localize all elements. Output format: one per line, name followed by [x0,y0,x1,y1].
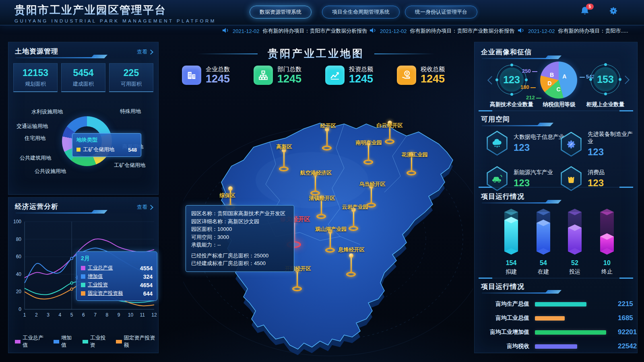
stat-card-investment-total[interactable]: 投资总额 1245 [325,66,390,85]
legend-item[interactable]: 工业投资 [83,334,110,349]
ticker-item[interactable]: 2021-12-02 你有新的待办项目：贵阳市..... [518,27,628,35]
hbar [535,330,606,335]
notification-count-badge: 5 [586,4,594,10]
legend-item[interactable]: 增加值 [54,334,76,349]
bell-icon [580,10,590,17]
section-divider [479,111,633,111]
pin-stick [368,144,369,161]
space-item-bigdata[interactable]: 大数据电子信息产业 123 [486,131,564,156]
map-pin-label[interactable]: 云岩产业园 [342,204,368,211]
map-pin-label[interactable]: 经开区 [320,122,336,130]
ticker-text: 你有新的待办项目：贵阳市..... [558,27,628,35]
pin-stick [351,257,352,273]
stat-card-available-area[interactable]: 225 可用面积 [109,63,153,92]
map-pin-label[interactable]: 花溪工业园 [402,151,428,158]
bar-terminated[interactable] [600,208,614,255]
speaker-icon [518,27,525,35]
donut-label: 特殊用地 [120,108,141,115]
y-tick: 100 [13,219,21,224]
series-swatch [81,291,85,296]
speaker-icon [369,27,377,35]
guiyang-industry-map[interactable]: 经开区白云经开区高新区南明产业园花溪工业园航空港经济区乌当经开区综保区清镇经开区… [183,100,473,359]
hbar [535,316,565,321]
bar-value: 54 [525,259,561,267]
donut-label: 公共建筑用地 [20,154,51,162]
notification-bell-button[interactable]: 5 [580,6,590,16]
stat-card-built-area[interactable]: 5454 建成面积 [61,63,105,92]
avg-row-industry-total[interactable]: 亩均工业总值 1685 [480,314,631,322]
bar-in-operation[interactable] [568,208,582,255]
top-header: 贵阳市工业产业园区管理平台 GUIYANG INDUSTRIAL PARK MA… [0,0,644,25]
space-item-equipment[interactable]: 先进装备制造业产业 123 [560,131,637,158]
money-hand-icon [397,66,416,85]
avg-row-tax[interactable]: 亩均税收 22542 [480,342,631,350]
ticker-item[interactable]: 2021-12-02 你有新的待办项目：贵阳市产业数据分析报告 [369,27,515,35]
x-tick: 2 [35,312,38,318]
stat-card-department-total[interactable]: 部门总数 1245 [254,66,319,85]
map-pin-label[interactable]: 南明产业园 [356,139,382,146]
bar-value: 52 [557,259,593,267]
donut-tooltip: 地块类型 工矿仓储用地 548 [72,133,141,157]
ticker-item[interactable]: 2021-12-02 你有新的待办项目：贵阳市产业数据分析报告 [222,27,367,35]
hightech-count-label: 高新技术企业数量 [490,101,533,108]
bar-planned[interactable] [504,208,518,255]
stat-card-tax-total[interactable]: 税收总额 1245 [397,66,462,85]
economy-analysis-panel: 经济运营分析 查看 020406080100123456789101112 2月… [8,197,159,353]
cloud-icon [486,131,508,156]
land-resource-panel: 土地资源管理 查看 12153 规划面积 5454 建成面积 225 可用面积 … [8,42,159,195]
stat-card-planned-area[interactable]: 12153 规划面积 [13,63,58,92]
map-pin-label[interactable]: 航空港经济区 [300,169,332,177]
bar-under-construction[interactable] [537,208,550,255]
donut-label: 公共设施用地 [35,168,66,175]
yellow-swatch [76,148,80,152]
x-tick: 8 [106,312,109,318]
tax-credit-pie-chart[interactable]: A B C D [540,62,577,99]
series-swatch [81,283,85,287]
pin-stick [326,130,328,147]
nav-button-data-resource[interactable]: 数据资源管理系统 [250,6,312,19]
map-pin-label[interactable]: 观山湖产业园 [315,226,347,233]
economy-view-more-link[interactable]: 查看 [137,204,153,211]
pie-callout-d: 180 [520,84,537,90]
pin-stick [297,271,298,288]
economy-chart-tooltip: 2月 工业总产值4554 增加值324 工业投资4654 固定资产投资额644 [76,251,157,301]
legend-item[interactable]: 工业总产值 [15,334,47,349]
map-pin-label[interactable]: 息烽经开区 [339,246,365,253]
x-tick: 6 [82,312,85,318]
settings-button[interactable] [609,6,619,16]
pin-stick [330,232,331,249]
map-pin-label[interactable]: 综保区 [220,192,235,199]
nav-button-project-lifecycle[interactable]: 项目全生命周期管理系统 [322,6,400,19]
avg-row-gdp[interactable]: 亩均生产总值 2215 [480,300,631,308]
pie-callout-b: 250 [522,68,539,74]
data-point [70,282,73,284]
map-pin-label[interactable]: 乌当经开区 [359,181,386,188]
hbar [535,344,577,349]
nav-button-identity-auth[interactable]: 统一身份认证管理平台 [405,6,477,19]
map-title: 贵阳产业工业地图 [183,47,449,61]
x-tick: 1 [23,312,26,318]
tax-credit-label: 纳税信用等级 [543,101,576,108]
land-view-more-link[interactable]: 查看 [137,48,153,56]
avg-row-industry-added[interactable]: 亩均工业增加值 92201 [480,328,631,336]
data-point [70,288,73,290]
ticker-date: 2021-12-02 [380,28,407,34]
legend-item[interactable]: 固定资产投资额 [116,334,158,349]
land-use-donut-chart: 水利设施用地 特殊用地 交通运输用地 住宅用地 商服用地 公共建筑用地 工矿仓储… [8,105,157,191]
stat-card-enterprise-total[interactable]: 企业总数 1245 [182,66,247,85]
map-pin-label[interactable]: 清镇经开区 [309,195,335,202]
bar-value: 154 [493,259,529,267]
above-scale-count-gauge[interactable]: 153 [590,64,620,94]
profile-panel-title: 企业画像和征信 [481,47,532,57]
map-pin-label[interactable]: 高新区 [277,143,292,150]
gear-icon [560,132,582,157]
legend-swatch [116,340,122,343]
gear-icon [609,10,618,17]
series-swatch [81,274,85,279]
map-pin-label[interactable]: 白云经开区 [377,122,403,129]
y-tick: 0 [19,306,21,312]
app-title: 贵阳市工业产业园区管理平台 [14,3,216,17]
project-status-panel-title: 项目运行情况 [481,192,524,201]
x-tick: 4 [58,312,61,318]
donut-label: 水利设施用地 [31,108,63,115]
